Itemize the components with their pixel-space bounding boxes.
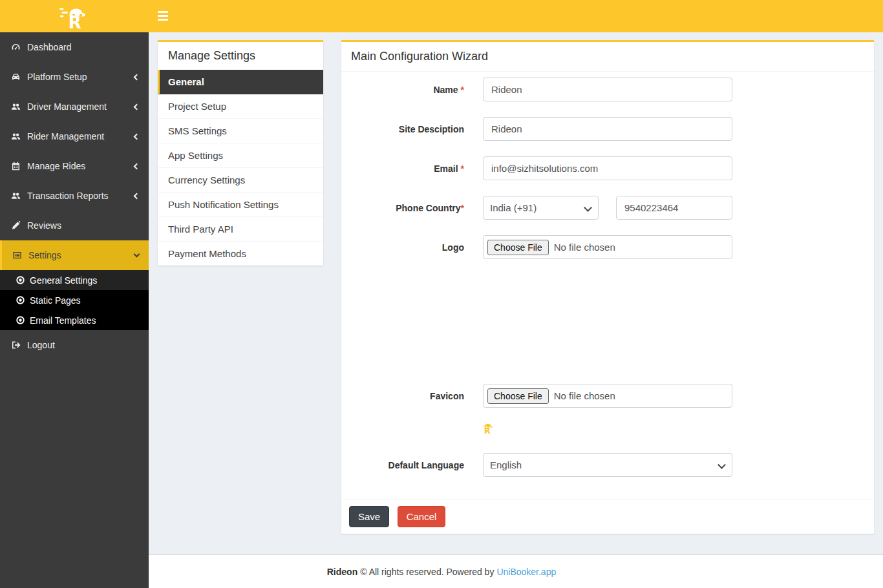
calendar-icon: [10, 161, 21, 171]
logo-row: Logo Choose File No file chosen: [351, 235, 864, 259]
phone-country-row: Phone Country* India (+91): [351, 196, 864, 220]
submenu-item-general-settings[interactable]: General Settings: [0, 270, 149, 290]
brand-logo[interactable]: [0, 0, 149, 32]
chevron-left-icon: [134, 103, 140, 110]
submenu-item-label: General Settings: [30, 275, 97, 286]
sidebar-item-label: Transaction Reports: [27, 191, 109, 201]
sidebar-item-driver-management[interactable]: Driver Management: [0, 92, 149, 121]
site-description-input[interactable]: [483, 117, 732, 141]
sidebar-item-settings[interactable]: Settings: [0, 240, 149, 270]
logo-preview-area: [351, 275, 864, 384]
footer-text: © All rights reserved. Powered by: [360, 567, 494, 577]
dot-circle-icon: [16, 275, 25, 285]
sidebar-item-dashboard[interactable]: Dashboard: [0, 32, 149, 62]
app-window: Dashboard Platform Setup Driver Manageme…: [0, 0, 883, 588]
sign-out-icon: [10, 340, 21, 350]
users-icon: [10, 191, 21, 201]
footer-brand: Rideon: [327, 567, 357, 577]
sidebar-item-label: Platform Setup: [27, 72, 87, 82]
tab-currency-settings[interactable]: Currency Settings: [158, 168, 323, 193]
logo-label: Logo: [351, 242, 483, 253]
save-button[interactable]: Save: [349, 506, 389, 527]
manage-settings-title: Manage Settings: [158, 42, 323, 70]
sidebar-item-label: Driver Management: [27, 101, 107, 112]
dot-circle-icon: [16, 315, 25, 325]
sidebar-toggle-button[interactable]: [158, 11, 168, 21]
footer-link[interactable]: UniBooker.app: [496, 567, 556, 577]
chevron-left-icon: [134, 74, 140, 80]
default-language-select[interactable]: English: [483, 453, 732, 477]
page-title: Main Configuration Wizard: [341, 42, 874, 72]
phone-number-input[interactable]: [616, 196, 732, 220]
rideon-logo-icon: [59, 4, 90, 29]
name-input[interactable]: [483, 78, 732, 101]
chevron-down-icon: [134, 251, 140, 258]
favicon-file-input[interactable]: Choose File No file chosen: [483, 384, 732, 408]
favicon-preview-image: [483, 420, 498, 437]
tab-third-party-api[interactable]: Third Party API: [158, 217, 323, 242]
favicon-choose-file-button[interactable]: Choose File: [487, 388, 549, 404]
list-alt-icon: [11, 250, 23, 260]
tab-payment-methods[interactable]: Payment Methods: [158, 242, 323, 266]
favicon-label: Favicon: [351, 391, 483, 401]
sidebar-item-label: Settings: [28, 250, 61, 260]
rideon-logo-icon: [483, 420, 498, 437]
dashboard-gauge-icon: [10, 42, 21, 52]
email-input[interactable]: [483, 156, 732, 180]
sidebar-item-logout[interactable]: Logout: [0, 330, 149, 360]
required-asterisk: *: [461, 163, 464, 174]
top-navbar: [0, 0, 883, 32]
cancel-button[interactable]: Cancel: [398, 506, 446, 527]
phone-country-select[interactable]: India (+91): [483, 196, 599, 220]
submenu-item-email-templates[interactable]: Email Templates: [0, 310, 149, 330]
tab-general[interactable]: General: [158, 70, 323, 94]
tab-project-setup[interactable]: Project Setup: [158, 94, 323, 119]
sidebar-item-label: Dashboard: [27, 42, 72, 52]
settings-submenu: General Settings Static Pages Email Temp…: [0, 270, 149, 330]
tab-app-settings[interactable]: App Settings: [158, 143, 323, 168]
sidebar-item-label: Manage Rides: [27, 161, 85, 171]
main-configuration-panel: Main Configuration Wizard Name* Site Des…: [341, 40, 874, 534]
required-asterisk: *: [461, 203, 464, 213]
chevron-left-icon: [134, 193, 140, 199]
phone-country-select-wrap: India (+91): [483, 196, 599, 220]
name-row: Name*: [351, 78, 864, 101]
manage-settings-panel: Manage Settings General Project Setup SM…: [158, 40, 323, 266]
configuration-form: Name* Site Desciption Email* Pho: [341, 72, 874, 477]
sidebar: Dashboard Platform Setup Driver Manageme…: [0, 32, 149, 588]
logo-file-status: No file chosen: [554, 242, 615, 253]
chevron-left-icon: [134, 133, 140, 140]
sidebar-item-label: Rider Management: [27, 131, 104, 142]
tab-sms-settings[interactable]: SMS Settings: [158, 119, 323, 143]
logo-file-input[interactable]: Choose File No file chosen: [483, 235, 732, 259]
sidebar-item-transaction-reports[interactable]: Transaction Reports: [0, 181, 149, 211]
email-label: Email*: [351, 163, 483, 174]
site-description-label: Site Desciption: [351, 124, 483, 134]
dot-circle-icon: [16, 295, 25, 305]
email-row: Email*: [351, 156, 864, 180]
users-icon: [10, 101, 21, 112]
sidebar-item-platform-setup[interactable]: Platform Setup: [0, 62, 149, 92]
sidebar-item-rider-management[interactable]: Rider Management: [0, 121, 149, 151]
default-language-select-wrap: English: [483, 453, 732, 477]
tab-push-notification-settings[interactable]: Push Notification Settings: [158, 193, 323, 217]
submenu-item-static-pages[interactable]: Static Pages: [0, 290, 149, 310]
content-area: Manage Settings General Project Setup SM…: [149, 32, 883, 554]
default-language-label: Default Language: [351, 460, 483, 470]
site-description-row: Site Desciption: [351, 117, 864, 141]
pen-icon: [10, 220, 21, 231]
favicon-row: Favicon Choose File No file chosen: [351, 384, 864, 408]
required-asterisk: *: [461, 85, 464, 95]
sidebar-item-reviews[interactable]: Reviews: [0, 211, 149, 240]
users-icon: [10, 131, 21, 142]
submenu-item-label: Email Templates: [30, 315, 96, 326]
sidebar-item-label: Logout: [27, 340, 55, 350]
car-icon: [10, 72, 21, 82]
logo-choose-file-button[interactable]: Choose File: [487, 240, 549, 255]
form-actions: Save Cancel: [341, 499, 874, 534]
sidebar-item-manage-rides[interactable]: Manage Rides: [0, 151, 149, 181]
name-label: Name*: [351, 85, 483, 95]
hamburger-icon: [158, 11, 168, 13]
submenu-item-label: Static Pages: [30, 295, 81, 306]
sidebar-item-label: Reviews: [27, 220, 61, 231]
